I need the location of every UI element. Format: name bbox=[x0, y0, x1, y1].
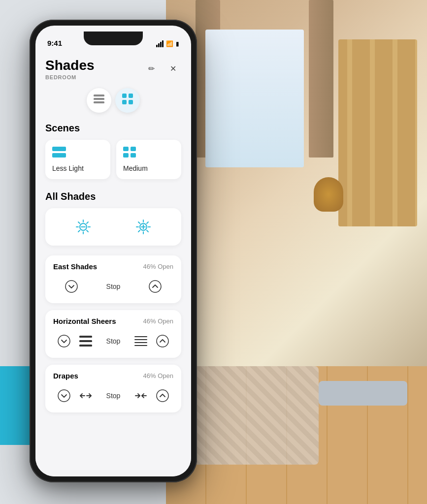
east-shades-stop-label: Stop bbox=[106, 283, 121, 290]
battery-icon: ▮ bbox=[176, 40, 179, 47]
app-content[interactable]: Shades BEDROOM ✏ ✕ bbox=[35, 50, 191, 476]
scenes-row: Less Light Medium bbox=[45, 140, 181, 179]
svg-rect-10 bbox=[131, 147, 136, 151]
svg-rect-4 bbox=[129, 94, 133, 98]
svg-rect-12 bbox=[131, 153, 136, 158]
sheers-stop-button[interactable]: Stop bbox=[98, 333, 130, 349]
increase-all-button[interactable] bbox=[132, 216, 154, 238]
scene-label-less-light: Less Light bbox=[52, 164, 103, 172]
svg-rect-40 bbox=[134, 336, 147, 337]
phone: 9:41 📶 ▮ Shades BEDROOM bbox=[30, 20, 197, 482]
signal-bar-1 bbox=[156, 45, 158, 47]
svg-rect-39 bbox=[79, 345, 92, 346]
drapes-collapse-button[interactable] bbox=[76, 386, 96, 406]
drapes-stop-button[interactable]: Stop bbox=[98, 388, 130, 404]
east-shades-section: East Shades 46% Open Stop bbox=[45, 255, 181, 303]
close-icon: ✕ bbox=[170, 64, 176, 73]
app-title: Shades bbox=[45, 58, 95, 73]
wifi-icon: 📶 bbox=[166, 40, 173, 47]
svg-rect-5 bbox=[122, 100, 127, 104]
signal-icon bbox=[156, 40, 164, 47]
svg-point-44 bbox=[157, 335, 168, 347]
header-title-group: Shades BEDROOM bbox=[45, 58, 95, 80]
svg-line-18 bbox=[78, 222, 80, 223]
app-header: Shades BEDROOM ✏ ✕ bbox=[45, 58, 181, 80]
scene-label-medium: Medium bbox=[123, 164, 174, 172]
svg-point-50 bbox=[157, 390, 168, 402]
svg-rect-43 bbox=[134, 345, 147, 346]
horizontal-sheers-status: 46% Open bbox=[143, 317, 173, 325]
grid-icon bbox=[122, 94, 133, 107]
east-shades-name: East Shades bbox=[53, 262, 97, 271]
sheers-up-button[interactable] bbox=[153, 331, 172, 351]
edit-button[interactable]: ✏ bbox=[143, 60, 160, 77]
view-toggle bbox=[45, 88, 181, 113]
signal-bar-3 bbox=[160, 42, 162, 47]
sheers-stop-label: Stop bbox=[106, 337, 121, 345]
svg-rect-0 bbox=[94, 94, 104, 96]
drapes-down-button[interactable] bbox=[54, 386, 74, 406]
svg-point-35 bbox=[149, 281, 161, 292]
drapes-section: Drapes 46% Open bbox=[45, 365, 181, 412]
sheers-slat-close-button[interactable] bbox=[76, 331, 96, 351]
sheers-slat-open-button[interactable] bbox=[131, 331, 151, 351]
svg-point-45 bbox=[58, 390, 70, 402]
app-subtitle: BEDROOM bbox=[45, 74, 95, 80]
svg-point-36 bbox=[58, 335, 70, 347]
svg-point-34 bbox=[66, 281, 77, 292]
svg-line-30 bbox=[147, 222, 148, 223]
horizontal-sheers-controls: Stop bbox=[53, 331, 173, 351]
drapes-stop-label: Stop bbox=[106, 392, 121, 400]
svg-rect-3 bbox=[122, 94, 127, 98]
list-view-button[interactable] bbox=[87, 88, 111, 113]
all-shades-section-title: All Shades bbox=[45, 191, 181, 202]
header-actions: ✏ ✕ bbox=[143, 60, 181, 77]
svg-line-20 bbox=[87, 222, 88, 223]
svg-line-31 bbox=[138, 230, 140, 232]
status-icons: 📶 ▮ bbox=[156, 40, 179, 47]
svg-rect-41 bbox=[134, 339, 147, 340]
east-shades-up-button[interactable] bbox=[145, 277, 165, 296]
horizontal-sheers-name: Horizontal Sheers bbox=[53, 317, 116, 325]
all-shades-card bbox=[45, 208, 181, 246]
horizontal-sheers-section: Horizontal Sheers 46% Open bbox=[45, 310, 181, 358]
edit-icon: ✏ bbox=[148, 64, 155, 73]
svg-rect-42 bbox=[134, 342, 147, 343]
svg-rect-8 bbox=[52, 153, 66, 158]
drapes-header: Drapes 46% Open bbox=[53, 372, 173, 380]
sheers-down-button[interactable] bbox=[54, 331, 74, 351]
all-shades-controls bbox=[53, 216, 173, 238]
east-shades-stop-button[interactable]: Stop bbox=[98, 279, 130, 294]
less-light-icon bbox=[52, 147, 103, 159]
svg-rect-6 bbox=[129, 100, 133, 104]
decrease-all-button[interactable] bbox=[72, 216, 94, 238]
svg-line-19 bbox=[87, 230, 88, 232]
svg-rect-7 bbox=[52, 147, 66, 151]
east-shades-status: 46% Open bbox=[143, 263, 173, 270]
east-shades-header: East Shades 46% Open bbox=[53, 262, 173, 271]
drapes-up-button[interactable] bbox=[153, 386, 172, 406]
scenes-section-title: Scenes bbox=[45, 123, 181, 134]
drapes-status: 46% Open bbox=[143, 372, 173, 379]
svg-rect-37 bbox=[79, 336, 92, 338]
scene-card-medium[interactable]: Medium bbox=[116, 140, 181, 179]
svg-line-28 bbox=[138, 222, 140, 223]
svg-rect-9 bbox=[123, 147, 129, 151]
status-time: 9:41 bbox=[47, 39, 62, 47]
signal-bar-4 bbox=[162, 40, 164, 47]
room-photo bbox=[166, 0, 427, 504]
close-button[interactable]: ✕ bbox=[164, 60, 181, 77]
horizontal-sheers-header: Horizontal Sheers 46% Open bbox=[53, 317, 173, 325]
drapes-expand-button[interactable] bbox=[131, 386, 151, 406]
svg-rect-2 bbox=[94, 101, 104, 103]
scene-card-less-light[interactable]: Less Light bbox=[45, 140, 110, 179]
phone-screen: 9:41 📶 ▮ Shades BEDROOM bbox=[35, 26, 191, 476]
svg-rect-11 bbox=[123, 153, 129, 158]
svg-rect-38 bbox=[79, 340, 92, 342]
grid-view-button[interactable] bbox=[115, 88, 140, 113]
signal-bar-2 bbox=[158, 43, 160, 47]
list-icon bbox=[94, 94, 104, 106]
svg-line-29 bbox=[147, 230, 148, 232]
drapes-controls: Stop bbox=[53, 386, 173, 406]
east-shades-down-button[interactable] bbox=[62, 277, 81, 296]
